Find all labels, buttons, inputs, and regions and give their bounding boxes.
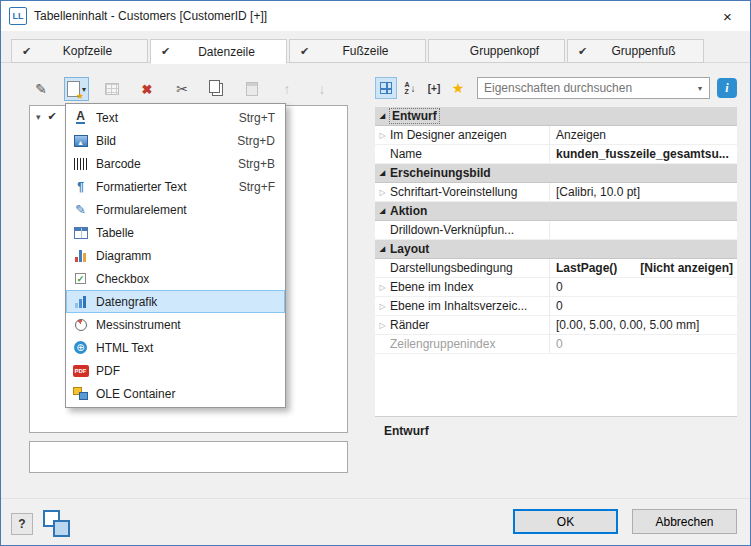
check-icon: ✔ [300,45,316,58]
row-expander-icon[interactable]: ▷ [375,321,390,330]
insert-object-icon: ★ [67,81,80,97]
cut-icon: ✂ [176,82,188,96]
copy-button[interactable] [205,77,229,101]
info-button[interactable]: i [717,78,737,98]
favorites-button[interactable]: ★ [447,77,469,99]
row-expander-icon[interactable]: ▷ [375,188,390,197]
sort-alphabetical-button[interactable]: AZ ↓ [399,77,421,99]
mountain-glyph: ▲ [77,139,84,146]
menu-item-label: Tabelle [96,226,268,240]
tab-gruppenkopf[interactable]: Gruppenkopf [428,39,565,63]
window-title: Tabelleninhalt - Customers [CustomerID [… [34,9,705,23]
property-row-ebene-inhaltsverzeichnis[interactable]: ▷ Ebene im Inhaltsverzeic... 0 [375,297,737,316]
property-row-name[interactable]: Name kunden_fusszeile_gesamtsu... [375,145,737,164]
section-label: Layout [390,242,429,256]
property-value[interactable]: kunden_fusszeile_gesamtsu... [549,145,737,163]
property-row-zeilengruppenindex[interactable]: Zeilengruppenindex 0 [375,335,737,354]
section-header-entwurf[interactable]: ◢ Entwurf [375,107,737,126]
menu-item-messinstrument[interactable]: Messinstrument [66,313,285,336]
check-icon: ✔ [22,45,38,58]
sort-az-icon: AZ [404,81,409,95]
property-row-drilldown[interactable]: Drilldown-Verknüpfun... [375,221,737,240]
tab-label: Kopfzeile [38,44,137,58]
property-value[interactable]: 0 [549,297,737,315]
menu-item-shortcut: Strg+T [239,111,275,125]
property-label: Drilldown-Verknüpfun... [390,223,549,237]
secondary-list[interactable] [29,441,348,473]
expression-mode-button[interactable]: [+] [423,77,445,99]
form-element-icon: ✎ [75,202,86,217]
tabstrip: ✔ Kopfzeile ✔ Datenzeile ✔ Fußzeile Grup… [11,39,704,64]
menu-item-text[interactable]: A Text Strg+T [66,106,285,129]
wizard-button[interactable]: ✎ [29,77,53,101]
tab-gruppenfuss[interactable]: ✔ Gruppenfuß [567,39,704,63]
pdf-icon: PDF [73,365,89,377]
menu-item-pdf[interactable]: PDF PDF [66,359,285,382]
insert-object-button[interactable]: ★ ▾ [64,77,89,101]
copy-layout-icon[interactable] [41,508,71,538]
close-button[interactable]: × [705,1,750,31]
section-header-aktion[interactable]: ◢ Aktion [375,202,737,221]
wizard-icon: ✎ [35,82,47,96]
property-value[interactable]: Anzeigen [549,126,737,144]
property-value: 0 [549,335,737,353]
property-row-darstellungsbedingung[interactable]: Darstellungsbedingung LastPage() [Nicht … [375,259,737,278]
row-expander-icon[interactable]: ▷ [375,283,390,292]
menu-item-formatierter-text[interactable]: ¶ Formatierter Text Strg+F [66,175,285,198]
menu-item-checkbox[interactable]: ✓ Checkbox [66,267,285,290]
property-row-schriftart[interactable]: ▷ Schriftart-Voreinstellung [Calibri, 10… [375,183,737,202]
categorized-view-button[interactable] [375,77,397,99]
copy-icon [209,80,220,93]
gauge-icon [75,319,87,331]
menu-item-html-text[interactable]: ⊕ HTML Text [66,336,285,359]
property-value[interactable]: 0 [549,278,737,296]
menu-item-bild[interactable]: ▲ Bild Strg+D [66,129,285,152]
cancel-button[interactable]: Abbrechen [632,509,737,534]
properties-toolbar: AZ ↓ [+] ★ ▾ i [375,75,737,101]
menu-item-label: PDF [96,364,268,378]
formatted-text-icon: ¶ [77,180,84,194]
check-icon: ✔ [48,110,57,123]
property-value[interactable]: [0.00, 5.00, 0.00, 5.00 mm] [549,316,737,334]
property-label: Darstellungsbedingung [390,261,549,275]
property-search-combo[interactable]: ▾ [477,77,710,99]
section-header-erscheinungsbild[interactable]: ◢ Erscheinungsbild [375,164,737,183]
menu-item-label: Diagramm [96,249,268,263]
tab-datenzeile[interactable]: ✔ Datenzeile [150,39,287,64]
help-button[interactable]: ? [11,513,33,535]
section-expander-icon: ◢ [375,207,390,215]
property-value[interactable] [549,221,737,239]
row-expander-icon[interactable]: ▷ [375,131,390,140]
menu-item-diagramm[interactable]: Diagramm [66,244,285,267]
menu-item-datengrafik[interactable]: Datengrafik [66,290,285,313]
property-value[interactable]: LastPage() [556,261,617,275]
tab-kopfzeile[interactable]: ✔ Kopfzeile [11,39,148,63]
menu-item-label: Bild [96,134,230,148]
menu-item-label: Checkbox [96,272,268,286]
menu-item-barcode[interactable]: Barcode Strg+B [66,152,285,175]
property-row-raender[interactable]: ▷ Ränder [0.00, 5.00, 0.00, 5.00 mm] [375,316,737,335]
row-expander-icon[interactable]: ▷ [375,302,390,311]
property-label: Im Designer anzeigen [390,128,549,142]
table-icon [74,227,88,239]
menu-item-label: Formatierter Text [96,180,232,194]
combo-arrow-icon[interactable]: ▾ [691,84,709,93]
menu-item-tabelle[interactable]: Tabelle [66,221,285,244]
property-search-input[interactable] [478,81,691,95]
property-value[interactable]: [Calibri, 10.0 pt] [549,183,737,201]
delete-button[interactable]: ✖ [135,77,159,101]
star-icon: ★ [76,92,84,101]
ok-button[interactable]: OK [513,509,618,534]
paste-icon [246,82,258,96]
section-header-layout[interactable]: ◢ Layout [375,240,737,259]
cut-button[interactable]: ✂ [170,77,194,101]
property-row-ebene-im-index[interactable]: ▷ Ebene im Index 0 [375,278,737,297]
menu-item-ole-container[interactable]: OLE Container [66,382,285,405]
check-icon: ✔ [578,45,594,58]
property-label: Name [390,147,549,161]
property-label: Zeilengruppenindex [390,337,549,351]
property-row-im-designer-anzeigen[interactable]: ▷ Im Designer anzeigen Anzeigen [375,126,737,145]
tab-fusszeile[interactable]: ✔ Fußzeile [289,39,426,63]
menu-item-formularelement[interactable]: ✎ Formularelement [66,198,285,221]
menu-item-shortcut: Strg+B [238,157,275,171]
